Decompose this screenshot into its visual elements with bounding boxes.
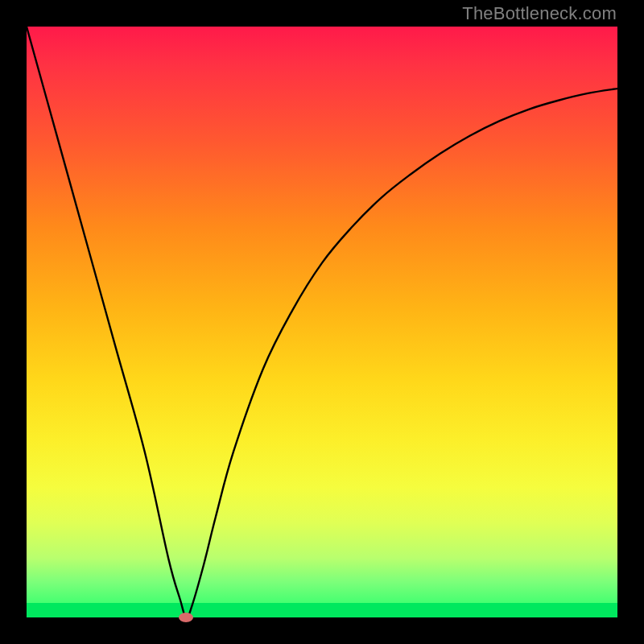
bottleneck-curve-svg: [27, 27, 617, 617]
chart-frame: TheBottleneck.com: [0, 0, 644, 644]
watermark-text: TheBottleneck.com: [462, 3, 617, 24]
bottleneck-curve-path: [27, 27, 617, 617]
min-marker-dot: [179, 613, 193, 622]
